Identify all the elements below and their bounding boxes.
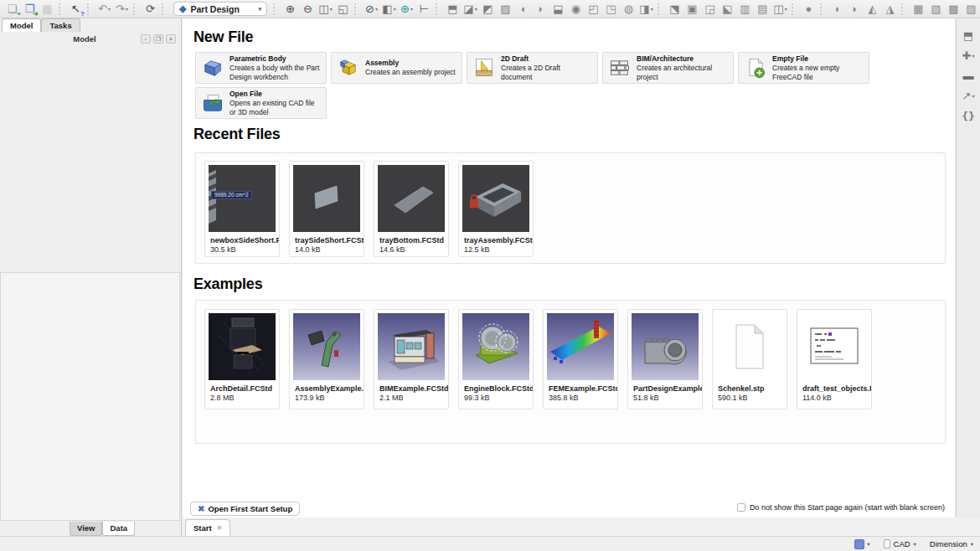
start-page: New File Parametric Body Creates a body … bbox=[183, 18, 955, 518]
open-file-card[interactable]: Open File Opens an existing CAD file or … bbox=[195, 87, 327, 119]
datum-tools-icon[interactable]: ✚▾ bbox=[960, 48, 977, 63]
float-panel-icon[interactable]: ▫ bbox=[141, 34, 151, 44]
refresh-icon[interactable]: ⟳ bbox=[142, 2, 159, 17]
tab-tasks[interactable]: Tasks bbox=[41, 18, 80, 32]
example-file-card[interactable]: BIMExample.FCStd 2.1 MB bbox=[374, 309, 449, 409]
open-file-icon bbox=[201, 91, 224, 115]
file-size: 114.0 kB bbox=[797, 393, 871, 402]
boolean-icon[interactable]: ● bbox=[800, 2, 818, 17]
recent-file-card[interactable]: trayBottom.FCStd 14.6 kB bbox=[374, 161, 449, 257]
recent-file-card[interactable]: 9989.20 cm^2 newboxSideShort.FC... 30.5 … bbox=[204, 161, 280, 257]
clone-icon[interactable]: ◗ bbox=[532, 2, 549, 17]
fit-selection-icon[interactable]: ◱ bbox=[334, 2, 352, 17]
thumbnail-newboxsideshort: 9989.20 cm^2 bbox=[209, 165, 276, 232]
example-file-card[interactable]: PartDesignExample.... 51.8 kB bbox=[627, 309, 703, 409]
additive-loft-icon[interactable]: ◰ bbox=[585, 2, 602, 17]
thickness-icon[interactable]: ◮ bbox=[881, 2, 899, 17]
polar-pattern-icon[interactable]: ▩ bbox=[945, 2, 962, 17]
redo-icon[interactable]: ↷▾ bbox=[113, 2, 131, 17]
dont-show-checkbox[interactable] bbox=[737, 503, 745, 512]
navigation-style-icon bbox=[884, 539, 890, 548]
file-name: newboxSideShort.FC... bbox=[205, 232, 279, 245]
recent-file-card[interactable]: traySideShort.FCStd 14.0 kB bbox=[289, 161, 364, 257]
expression-icon[interactable]: {} bbox=[960, 108, 977, 123]
navigation-style-selector[interactable]: CAD ▾ bbox=[884, 539, 916, 548]
example-file-card[interactable]: FEMExample.FCStd 385.8 kB bbox=[543, 309, 618, 409]
groove-icon[interactable]: ◲ bbox=[701, 2, 719, 17]
draw-style-icon[interactable]: ⊘▾ bbox=[363, 2, 380, 17]
save-file-icon: ▦ bbox=[39, 2, 56, 17]
subtractive-primitive-icon[interactable]: ◫▾ bbox=[771, 2, 789, 17]
subtractive-loft-icon[interactable]: ⬕ bbox=[719, 2, 736, 17]
thumbnail-archdetail bbox=[209, 313, 276, 380]
color-selector[interactable]: ▾ bbox=[854, 539, 869, 549]
measure-icon[interactable]: ⊢ bbox=[415, 2, 433, 17]
top-toolbar: ❏+❐➜▦↖?↶▾↷▾⟳ ◆ Part Design ▾ ⊕⊖◫▾◱⊘▾◧▾⊕▾… bbox=[0, 0, 980, 18]
close-tab-icon[interactable]: × bbox=[217, 523, 222, 533]
subtractive-pipe-icon[interactable]: ▥ bbox=[736, 2, 754, 17]
zoom-out-icon[interactable]: ⊖ bbox=[299, 2, 317, 17]
mirrored-icon[interactable]: ▦ bbox=[910, 2, 927, 17]
validate-sketch-icon[interactable]: ▨ bbox=[497, 2, 514, 17]
example-file-card[interactable]: ArchDetail.FCStd 2.8 MB bbox=[204, 309, 280, 409]
tab-data[interactable]: Data bbox=[102, 522, 135, 536]
detach-panel-icon[interactable]: ❐ bbox=[153, 34, 163, 44]
revolution-icon[interactable]: ◉ bbox=[567, 2, 585, 17]
whats-this-icon[interactable]: ↖? bbox=[67, 2, 85, 17]
additive-primitive-icon[interactable]: ◨▾ bbox=[637, 2, 655, 17]
edit-sketch-icon[interactable]: ◩ bbox=[479, 2, 497, 17]
property-tabs: View Data bbox=[70, 522, 135, 536]
create-sketch-icon[interactable]: ◪▾ bbox=[462, 2, 479, 17]
create-body-icon[interactable]: ⬒ bbox=[444, 2, 462, 17]
example-file-card[interactable]: draft_test_objects.F... 114.0 kB bbox=[797, 309, 872, 409]
new-bim-card[interactable]: BIM/Architecture Creates an architectura… bbox=[602, 52, 734, 84]
undo-icon[interactable]: ↶▾ bbox=[95, 2, 113, 17]
pocket-icon[interactable]: ⬔ bbox=[666, 2, 683, 17]
card-description: Creates an architectural project bbox=[637, 64, 728, 80]
example-file-card[interactable]: Schenkel.stp 590.1 kB bbox=[712, 309, 787, 409]
open-first-start-setup-button[interactable]: ✖ Open First Start Setup bbox=[190, 502, 300, 516]
new-empty-file-card[interactable]: Empty File Creates a new empty FreeCAD f… bbox=[738, 52, 869, 84]
workbench-selector[interactable]: ◆ Part Design ▾ bbox=[173, 2, 267, 16]
new-file-icon[interactable]: ❏+ bbox=[3, 2, 21, 17]
multi-transform-icon[interactable]: ▨ bbox=[962, 2, 980, 17]
2d-draft-icon bbox=[472, 56, 496, 80]
additive-pipe-icon[interactable]: ◳ bbox=[602, 2, 620, 17]
link-actions-icon[interactable]: ↗▾ bbox=[960, 88, 977, 103]
tab-start-page[interactable]: Start × bbox=[185, 519, 230, 536]
measurement-label: 9989.20 cm^2 bbox=[211, 191, 252, 199]
zoom-in-icon[interactable]: ⊕ bbox=[281, 2, 299, 17]
subtractive-helix-icon[interactable]: ▤ bbox=[754, 2, 771, 17]
new-2d-draft-card[interactable]: 2D Draft Creates a 2D Draft document bbox=[467, 52, 598, 84]
card-description: Creates a 2D Draft document bbox=[501, 64, 592, 80]
property-editor[interactable] bbox=[0, 272, 180, 521]
new-assembly-card[interactable]: Assembly Creates an assembly project bbox=[331, 52, 462, 84]
close-panel-icon[interactable]: × bbox=[166, 34, 176, 44]
pad-icon[interactable]: ⬓ bbox=[549, 2, 567, 17]
std-views-icon[interactable]: ◧▾ bbox=[380, 2, 398, 17]
open-file-icon[interactable]: ❐➜ bbox=[21, 2, 39, 17]
recent-file-card[interactable]: trayAssembly.FCStd 12.5 kB bbox=[458, 161, 534, 257]
shape-binder-icon[interactable]: ◖ bbox=[514, 2, 532, 17]
view-cube-icon[interactable]: ◫▾ bbox=[317, 2, 334, 17]
tab-view[interactable]: View bbox=[70, 522, 102, 536]
hole-icon[interactable]: ▣ bbox=[683, 2, 701, 17]
new-parametric-body-card[interactable]: Parametric Body Creates a body with the … bbox=[195, 52, 327, 84]
linear-pattern-icon[interactable]: ▧ bbox=[927, 2, 945, 17]
example-file-card[interactable]: AssemblyExample.F... 173.9 kB bbox=[289, 309, 364, 409]
group-icon[interactable]: ▬ bbox=[960, 68, 977, 83]
tab-model[interactable]: Model bbox=[2, 18, 41, 32]
file-name: PartDesignExample.... bbox=[628, 380, 702, 393]
chamfer-icon[interactable]: ◗ bbox=[846, 2, 864, 17]
example-file-card[interactable]: EngineBlock.FCStd 99.3 kB bbox=[458, 309, 534, 409]
fillet-icon[interactable]: ◖ bbox=[828, 2, 846, 17]
right-toolbar: ⬒✚▾▬↗▾{} bbox=[956, 18, 980, 536]
color-swatch-icon bbox=[854, 539, 864, 549]
parametric-body-icon bbox=[201, 56, 224, 80]
draft-angle-icon[interactable]: ◭ bbox=[864, 2, 881, 17]
part-workbench-icon[interactable]: ⬒ bbox=[960, 28, 977, 43]
dimension-selector[interactable]: Dimension ▾ bbox=[930, 539, 973, 548]
chevron-down-icon: ▾ bbox=[258, 6, 261, 13]
additive-helix-icon[interactable]: ◍ bbox=[620, 2, 637, 17]
zoom-tools-icon[interactable]: ⊕▾ bbox=[398, 2, 415, 17]
